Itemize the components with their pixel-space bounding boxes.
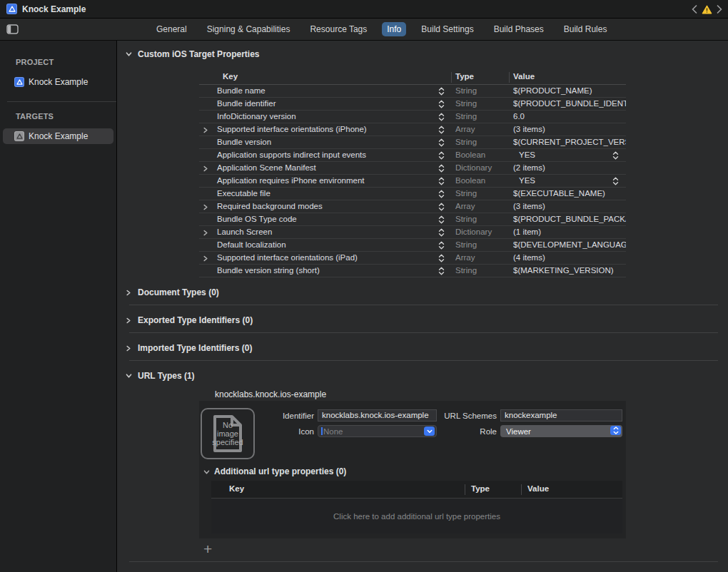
key-stepper-icon[interactable] (438, 190, 445, 200)
property-type: String (455, 85, 477, 97)
tab-signing-capabilities[interactable]: Signing & Capabilities (202, 22, 295, 36)
property-row[interactable]: Application Scene ManifestDictionary(2 i… (199, 162, 626, 175)
text-cursor (321, 427, 323, 435)
property-row[interactable]: Default localizationString$(DEVELOPMENT_… (199, 239, 626, 252)
value-stepper-icon[interactable] (612, 151, 619, 161)
property-key: Application requires iPhone environment (217, 175, 364, 187)
property-row[interactable]: Supported interface orientations (iPhone… (199, 123, 626, 136)
column-header-key: Key (223, 72, 238, 81)
property-row[interactable]: Launch ScreenDictionary(1 item) (199, 226, 626, 239)
key-stepper-icon[interactable] (438, 203, 445, 213)
value-stepper-icon[interactable] (612, 177, 619, 187)
section-url-types[interactable]: URL Types (1) (125, 371, 728, 381)
icon-combobox-value: None (323, 427, 343, 436)
property-value: (3 items) (513, 200, 626, 213)
property-type: String (455, 213, 477, 225)
targets-section-label: TARGETS (16, 112, 116, 121)
xcode-window: Knock Example GeneralSigning & Capabilit… (0, 0, 728, 572)
identifier-label: Identifier (199, 410, 314, 422)
key-stepper-icon[interactable] (438, 164, 445, 174)
property-row[interactable]: Bundle identifierString$(PRODUCT_BUNDLE_… (199, 98, 626, 111)
property-row[interactable]: Bundle nameString$(PRODUCT_NAME) (199, 85, 626, 98)
key-stepper-icon[interactable] (438, 126, 445, 136)
property-type: Array (455, 252, 475, 264)
section-divider (129, 332, 718, 333)
key-stepper-icon[interactable] (438, 241, 445, 251)
sidebar: PROJECT Knock Example TARGETS Knock Exam… (0, 41, 117, 572)
property-row[interactable]: Application supports indirect input even… (199, 149, 626, 162)
add-additional-properties-area[interactable]: Click here to add additional url type pr… (211, 498, 622, 533)
key-stepper-icon[interactable] (438, 228, 445, 238)
back-chevron-icon[interactable] (692, 5, 697, 14)
url-schemes-label: URL Schemes (413, 410, 497, 422)
disclosure-triangle-icon[interactable] (203, 229, 210, 238)
property-value: $(CURRENT_PROJECT_VERS (513, 136, 626, 148)
tab-build-phases[interactable]: Build Phases (489, 22, 549, 36)
property-key: Bundle name (217, 85, 266, 97)
section-imported-type-identifiers[interactable]: Imported Type Identifiers (0) (125, 343, 728, 353)
add-url-type-button[interactable]: + (203, 543, 212, 556)
tab-resource-tags[interactable]: Resource Tags (305, 22, 372, 36)
key-stepper-icon[interactable] (438, 215, 445, 225)
warning-triangle-icon[interactable] (702, 5, 712, 14)
property-key: Bundle version string (short) (217, 265, 320, 277)
tab-info[interactable]: Info (382, 22, 406, 36)
disclosure-triangle-icon[interactable] (203, 203, 210, 212)
property-value: 6.0 (513, 111, 626, 123)
popup-stepper-button[interactable] (610, 426, 621, 435)
chevron-down-icon (203, 465, 210, 478)
chevron-right-icon (125, 345, 132, 352)
property-type: Dictionary (455, 162, 492, 174)
key-stepper-icon[interactable] (438, 177, 445, 187)
target-icon (14, 131, 24, 141)
column-header-value: Value (527, 484, 549, 493)
key-stepper-icon[interactable] (438, 100, 445, 110)
additional-url-type-properties-header[interactable]: Additional url type properties (0) (203, 465, 346, 478)
disclosure-triangle-icon[interactable] (203, 255, 210, 263)
key-stepper-icon[interactable] (438, 138, 445, 148)
url-schemes-field[interactable]: knockexample (500, 409, 622, 422)
url-types-toolbar: + (203, 543, 728, 556)
properties-table: Key Type Value Bundle nameString$(PRODUC… (199, 70, 626, 277)
key-stepper-icon[interactable] (438, 151, 445, 161)
property-row[interactable]: Required background modesArray(3 items) (199, 200, 626, 213)
property-value: $(MARKETING_VERSION) (513, 265, 626, 277)
chevron-right-icon (125, 317, 132, 324)
sidebar-toggle-icon[interactable] (6, 24, 19, 37)
property-key: Bundle OS Type code (217, 213, 297, 225)
info-pane: Custom iOS Target Properties Key Type Va… (117, 41, 728, 572)
sidebar-item-target[interactable]: Knock Example (3, 128, 113, 144)
property-row[interactable]: Supported interface orientations (iPad)A… (199, 252, 626, 265)
property-row[interactable]: Executable fileString$(EXECUTABLE_NAME) (199, 188, 626, 200)
tab-build-rules[interactable]: Build Rules (559, 22, 612, 36)
disclosure-triangle-icon[interactable] (203, 165, 210, 173)
forward-chevron-icon[interactable] (717, 5, 722, 14)
column-separator (465, 484, 465, 495)
app-body: PROJECT Knock Example TARGETS Knock Exam… (0, 41, 728, 572)
section-title: Exported Type Identifiers (0) (138, 315, 253, 325)
property-row[interactable]: Bundle versionString$(CURRENT_PROJECT_VE… (199, 136, 626, 149)
property-type: String (455, 136, 477, 148)
key-stepper-icon[interactable] (438, 113, 445, 123)
properties-rows: Bundle nameString$(PRODUCT_NAME)Bundle i… (199, 85, 626, 277)
property-key: Executable file (217, 188, 271, 200)
key-stepper-icon[interactable] (438, 267, 445, 277)
section-exported-type-identifiers[interactable]: Exported Type Identifiers (0) (125, 315, 728, 325)
section-custom-ios-target-properties[interactable]: Custom iOS Target Properties (125, 49, 728, 59)
tab-build-settings[interactable]: Build Settings (416, 22, 478, 36)
section-document-types[interactable]: Document Types (0) (125, 287, 728, 297)
target-item-label: Knock Example (29, 131, 88, 141)
role-popup[interactable]: Viewer (500, 425, 622, 437)
property-row[interactable]: Application requires iPhone environmentB… (199, 175, 626, 188)
property-row[interactable]: Bundle OS Type codeString$(PRODUCT_BUNDL… (199, 213, 626, 226)
section-divider (129, 305, 718, 305)
sidebar-item-project[interactable]: Knock Example (3, 74, 113, 90)
property-row[interactable]: InfoDictionary versionString6.0 (199, 111, 626, 123)
property-row[interactable]: Bundle version string (short)String$(MAR… (199, 265, 626, 277)
property-key: Bundle identifier (217, 98, 275, 110)
key-stepper-icon[interactable] (438, 87, 445, 97)
icon-label: Icon (199, 426, 314, 438)
tab-general[interactable]: General (151, 22, 192, 36)
key-stepper-icon[interactable] (438, 254, 445, 264)
disclosure-triangle-icon[interactable] (203, 126, 210, 135)
